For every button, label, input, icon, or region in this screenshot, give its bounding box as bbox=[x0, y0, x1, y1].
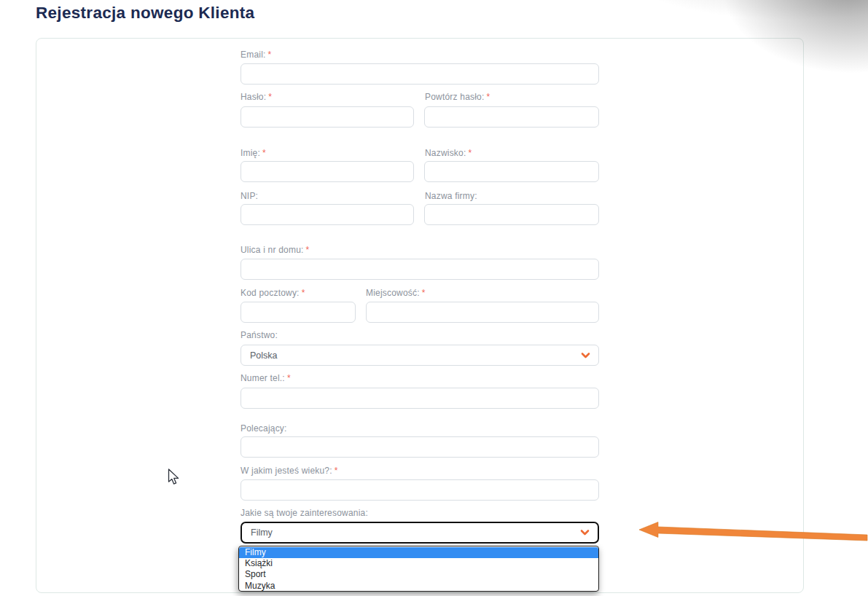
phone-label: Numer tel.:* bbox=[241, 373, 291, 383]
registration-page: Rejestracja nowego Klienta Email:* Hasło… bbox=[0, 0, 868, 596]
age-input[interactable] bbox=[241, 479, 599, 501]
required-asterisk: * bbox=[335, 466, 338, 476]
dropdown-option-filmy[interactable]: Filmy bbox=[239, 547, 598, 558]
annotation-arrow bbox=[638, 517, 868, 549]
email-input[interactable] bbox=[241, 63, 599, 85]
country-select[interactable]: Polska bbox=[241, 345, 599, 366]
country-select-value: Polska bbox=[250, 350, 278, 361]
password-input[interactable] bbox=[241, 106, 414, 128]
age-label: W jakim jesteś wieku?:* bbox=[241, 466, 338, 476]
postal-code-label: Kod pocztowy:* bbox=[241, 288, 305, 298]
dropdown-option-muzyka[interactable]: Muzyka bbox=[239, 581, 598, 592]
email-label: Email:* bbox=[241, 50, 271, 60]
dropdown-option-ksiazki[interactable]: Książki bbox=[239, 558, 598, 569]
interests-label: Jakie są twoje zainteresowania: bbox=[241, 508, 370, 518]
city-input[interactable] bbox=[366, 302, 599, 323]
interests-dropdown: Filmy Książki Sport Muzyka bbox=[238, 546, 599, 592]
street-input[interactable] bbox=[241, 259, 599, 280]
last-name-input[interactable] bbox=[424, 161, 599, 182]
interests-select-value: Filmy bbox=[251, 528, 273, 538]
password-repeat-label: Powtórz hasło:* bbox=[425, 92, 490, 102]
password-label: Hasło:* bbox=[241, 92, 272, 102]
chevron-down-icon bbox=[580, 530, 590, 536]
required-asterisk: * bbox=[262, 148, 266, 158]
required-asterisk: * bbox=[287, 373, 291, 383]
required-asterisk: * bbox=[306, 245, 310, 255]
referrer-label: Polecający: bbox=[241, 423, 289, 434]
interests-select[interactable]: Filmy bbox=[241, 522, 599, 544]
nip-input[interactable] bbox=[241, 204, 414, 225]
required-asterisk: * bbox=[268, 50, 272, 60]
last-name-label: Nazwisko:* bbox=[425, 148, 472, 158]
company-name-input[interactable] bbox=[424, 204, 599, 225]
page-title: Rejestracja nowego Klienta bbox=[36, 4, 254, 23]
mouse-cursor bbox=[168, 468, 181, 486]
password-repeat-input[interactable] bbox=[424, 106, 599, 128]
required-asterisk: * bbox=[468, 148, 472, 158]
referrer-input[interactable] bbox=[241, 436, 599, 458]
chevron-down-icon bbox=[581, 352, 590, 358]
street-label: Ulica i nr domu:* bbox=[241, 245, 309, 255]
dropdown-option-sport[interactable]: Sport bbox=[239, 569, 598, 580]
first-name-input[interactable] bbox=[241, 161, 414, 182]
nip-label: NIP: bbox=[241, 191, 260, 201]
required-asterisk: * bbox=[422, 288, 426, 298]
city-label: Miejscowość:* bbox=[366, 288, 426, 298]
required-asterisk: * bbox=[268, 92, 272, 102]
first-name-label: Imię:* bbox=[241, 148, 266, 158]
required-asterisk: * bbox=[302, 288, 305, 298]
postal-code-input[interactable] bbox=[241, 302, 356, 323]
required-asterisk: * bbox=[487, 92, 490, 102]
phone-input[interactable] bbox=[241, 388, 599, 409]
country-label: Państwo: bbox=[241, 330, 280, 340]
company-name-label: Nazwa firmy: bbox=[425, 191, 480, 201]
